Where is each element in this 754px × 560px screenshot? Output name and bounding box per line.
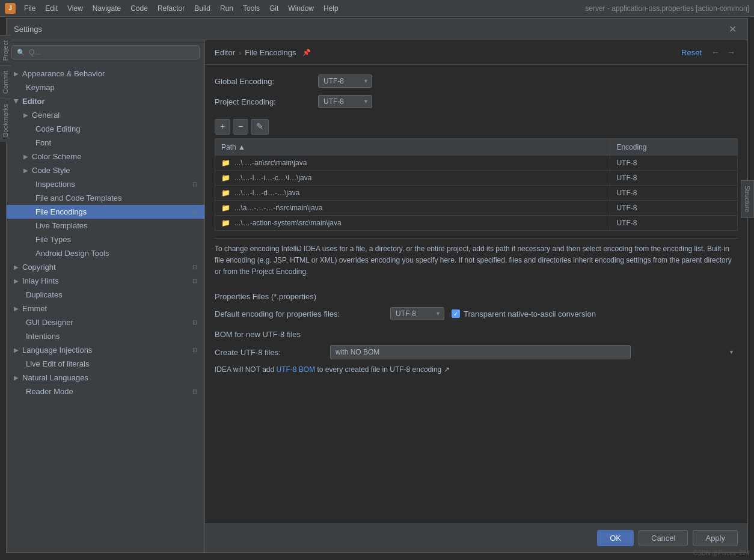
menu-file[interactable]: File	[20, 3, 39, 14]
sidebar-label-android-design: Android Design Tools	[35, 249, 109, 258]
bom-section-title: BOM for new UTF-8 files	[215, 330, 738, 339]
sidebar-item-appearance[interactable]: ▶ Appearance & Behavior	[7, 67, 204, 81]
project-encoding-select[interactable]: UTF-8	[318, 95, 372, 108]
sidebar-item-file-types[interactable]: File Types	[7, 233, 204, 246]
menu-build[interactable]: Build	[191, 3, 214, 14]
sidebar-item-language-injections[interactable]: ▶ Language Injections ⊡	[7, 343, 204, 357]
table-row[interactable]: 📁 ...\a…-…-…-r\src\main\java UTF-8	[215, 200, 738, 215]
tab-commit[interactable]: Commit	[0, 65, 11, 99]
sidebar-label-duplicates: Duplicates	[26, 290, 63, 299]
sidebar-item-general[interactable]: ▶ General	[7, 108, 204, 122]
sidebar-item-code-style[interactable]: ▶ Code Style	[7, 163, 204, 177]
watermark: CSDN @Pisces_224	[693, 550, 749, 556]
sidebar-item-copyright[interactable]: ▶ Copyright ⊡	[7, 260, 204, 274]
default-encoding-select[interactable]: UTF-8	[390, 307, 444, 320]
default-encoding-select-wrapper: UTF-8	[390, 307, 444, 320]
tab-bookmarks[interactable]: Bookmarks	[0, 99, 11, 142]
sidebar-label-keymap: Keymap	[26, 83, 55, 92]
col-encoding[interactable]: Encoding	[610, 139, 738, 155]
apply-button[interactable]: Apply	[693, 530, 738, 546]
bom-link[interactable]: UTF-8 BOM	[276, 365, 315, 374]
sidebar-label-emmet: Emmet	[22, 304, 47, 313]
sidebar-item-natural-languages[interactable]: ▶ Natural Languages	[7, 371, 204, 385]
search-input[interactable]	[29, 48, 194, 56]
menu-window[interactable]: Window	[284, 3, 317, 14]
chevron-emmet-icon: ▶	[14, 305, 19, 312]
menu-edit[interactable]: Edit	[41, 3, 61, 14]
ok-button[interactable]: OK	[597, 530, 634, 546]
menu-refactor[interactable]: Refactor	[154, 3, 188, 14]
menu-code[interactable]: Code	[127, 3, 152, 14]
menu-run[interactable]: Run	[216, 3, 237, 14]
sidebar-label-code-style: Code Style	[32, 166, 70, 175]
sidebar-label-intentions: Intentions	[26, 332, 60, 341]
table-toolbar: + − ✎	[215, 115, 738, 139]
path-cell: 📁 ...\a…-…-…-r\src\main\java	[215, 200, 610, 215]
tab-structure[interactable]: Structure	[741, 180, 754, 218]
sidebar-item-duplicates[interactable]: Duplicates	[7, 288, 204, 302]
chevron-lang-icon: ▶	[14, 347, 19, 353]
sidebar-item-color-scheme[interactable]: ▶ Color Scheme	[7, 150, 204, 163]
project-encoding-row: Project Encoding: UTF-8	[215, 95, 738, 108]
cancel-button[interactable]: Cancel	[639, 530, 688, 546]
menu-view[interactable]: View	[64, 3, 87, 14]
sidebar-item-file-encodings[interactable]: File Encodings ⊡	[7, 205, 204, 219]
breadcrumb-current: File Encodings	[245, 48, 296, 57]
path-text: ...\a…-…-…-r\src\main\java	[234, 204, 322, 212]
close-button[interactable]: ✕	[725, 22, 740, 36]
sidebar-label-language-injections: Language Injections	[22, 345, 92, 355]
col-path[interactable]: Path ▲	[215, 139, 610, 155]
pin-icon: 📌	[302, 49, 311, 56]
nav-arrows: ← →	[709, 46, 738, 58]
path-cell: 📁 ...\…-l…-i…-c…\l…\java	[215, 170, 610, 185]
sidebar-item-inlay-hints[interactable]: ▶ Inlay Hints ⊡	[7, 274, 204, 288]
remove-path-button[interactable]: −	[233, 119, 248, 135]
encodings-table: Path ▲ Encoding 📁 ...\ …-an\src\main\jav…	[215, 139, 738, 231]
sidebar-item-editor[interactable]: ▶ Editor	[7, 94, 204, 108]
sidebar-item-intentions[interactable]: Intentions	[7, 329, 204, 343]
menu-help[interactable]: Help	[320, 3, 342, 14]
chevron-colorscheme-icon: ▶	[23, 153, 28, 160]
table-row[interactable]: 📁 ...\…-l…-i…-c…\l…\java UTF-8	[215, 170, 738, 185]
menu-git[interactable]: Git	[266, 3, 282, 14]
project-encoding-select-wrapper: UTF-8	[318, 95, 372, 108]
default-encoding-label: Default encoding for properties files:	[215, 309, 383, 318]
global-encoding-label: Global Encoding:	[215, 77, 311, 86]
table-row[interactable]: 📁 ...\ …-an\src\main\java UTF-8	[215, 155, 738, 170]
settings-body: 🔍 ▶ Appearance & Behavior Keymap ▶ Edit	[7, 40, 747, 552]
sidebar-item-file-code-templates[interactable]: File and Code Templates	[7, 191, 204, 205]
sidebar-item-live-edit[interactable]: Live Edit of literals	[7, 357, 204, 371]
forward-button[interactable]: →	[725, 46, 738, 58]
reset-button[interactable]: Reset	[679, 47, 704, 58]
global-encoding-select[interactable]: UTF-8	[318, 75, 372, 88]
sidebar-item-live-templates[interactable]: Live Templates	[7, 219, 204, 233]
table-row[interactable]: 📁 ...\…-action-system\src\main\java UTF-…	[215, 215, 738, 230]
sidebar-label-font: Font	[35, 138, 51, 147]
bom-select[interactable]: with NO BOM	[330, 345, 631, 359]
search-box[interactable]: 🔍	[11, 45, 200, 59]
sidebar-item-font[interactable]: Font	[7, 136, 204, 150]
breadcrumb-editor[interactable]: Editor	[215, 48, 235, 57]
folder-icon: 📁	[221, 159, 230, 167]
transparent-checkbox[interactable]: ✓	[452, 309, 460, 318]
sidebar-label-color-scheme: Color Scheme	[32, 152, 81, 161]
tree-area: ▶ Appearance & Behavior Keymap ▶ Editor …	[7, 64, 204, 552]
bom-row: Create UTF-8 files: with NO BOM	[215, 345, 738, 359]
sidebar-item-android-design[interactable]: Android Design Tools	[7, 246, 204, 260]
info-text: To change encoding IntelliJ IDEA uses fo…	[215, 238, 738, 283]
tab-project[interactable]: Project	[0, 35, 11, 65]
sidebar-item-inspections[interactable]: Inspections ⊡	[7, 177, 204, 191]
menu-tools[interactable]: Tools	[239, 3, 263, 14]
back-button[interactable]: ←	[709, 46, 722, 58]
encoding-cell: UTF-8	[610, 200, 738, 215]
add-path-button[interactable]: +	[215, 119, 230, 135]
sidebar-item-code-editing[interactable]: Code Editing	[7, 122, 204, 136]
table-row[interactable]: 📁 ...\…-l…-d…-…\java UTF-8	[215, 185, 738, 200]
sidebar-item-gui-designer[interactable]: GUI Designer ⊡	[7, 315, 204, 329]
edit-path-button[interactable]: ✎	[251, 119, 269, 135]
sidebar-item-emmet[interactable]: ▶ Emmet	[7, 302, 204, 315]
sidebar-item-keymap[interactable]: Keymap	[7, 81, 204, 94]
menu-navigate[interactable]: Navigate	[89, 3, 124, 14]
sidebar-item-reader-mode[interactable]: Reader Mode ⊡	[7, 385, 204, 398]
folder-icon: 📁	[221, 174, 230, 182]
